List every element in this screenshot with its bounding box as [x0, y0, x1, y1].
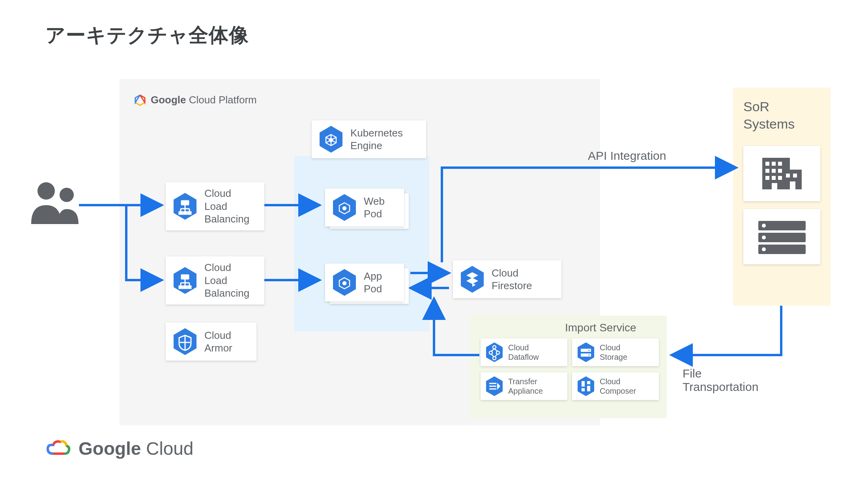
- gke-label: Kubernetes Engine: [350, 127, 403, 152]
- svg-marker-3: [140, 95, 145, 103]
- svg-point-20: [343, 282, 346, 285]
- svg-rect-29: [582, 381, 585, 387]
- svg-rect-9: [183, 212, 187, 214]
- svg-rect-30: [582, 388, 585, 391]
- svg-rect-31: [587, 381, 590, 384]
- cloud-storage-card: Cloud Storage: [572, 338, 659, 366]
- svg-rect-44: [786, 174, 790, 178]
- svg-rect-39: [772, 169, 776, 173]
- svg-point-27: [589, 350, 590, 351]
- users-icon: [27, 178, 82, 226]
- svg-rect-35: [765, 162, 769, 166]
- storage-label: Cloud Storage: [600, 343, 627, 362]
- cloud-dataflow-card: Cloud Dataflow: [481, 338, 567, 366]
- gcp-hexagon-icon: [134, 94, 146, 106]
- dataflow-icon: [485, 342, 503, 363]
- cloud-armor-card: Cloud Armor: [166, 323, 256, 361]
- firestore-icon: [460, 265, 485, 293]
- web-pod-card: Web Pod: [325, 189, 404, 226]
- building-icon: [758, 154, 806, 193]
- armor-label: Cloud Armor: [204, 329, 232, 355]
- storage-icon: [577, 342, 595, 363]
- file-transportation-label: File Transportation: [683, 367, 758, 394]
- svg-rect-7: [181, 201, 189, 205]
- google-cloud-icon: [45, 438, 71, 459]
- clb2-label: Cloud Load Balancing: [204, 261, 249, 300]
- svg-rect-38: [765, 169, 769, 173]
- import-service-title: Import Service: [565, 322, 636, 334]
- kubernetes-engine-card: Kubernetes Engine: [312, 120, 426, 158]
- sor-title: SoR Systems: [743, 98, 795, 133]
- gcp-label-bold: Google: [151, 94, 186, 106]
- composer-label: Cloud Composer: [600, 377, 636, 396]
- svg-rect-10: [188, 212, 191, 214]
- svg-point-51: [762, 224, 766, 228]
- svg-point-52: [762, 236, 766, 239]
- slide-title: アーキテクチャ全体像: [45, 22, 249, 49]
- cloud-composer-card: Cloud Composer: [572, 372, 659, 400]
- svg-rect-13: [183, 286, 187, 288]
- clb1-label: Cloud Load Balancing: [204, 187, 249, 226]
- sor-building-card: [743, 146, 820, 201]
- svg-rect-47: [790, 181, 795, 189]
- footer-bold: Google: [79, 438, 141, 459]
- cloud-firestore-card: Cloud Firestore: [453, 260, 561, 298]
- svg-rect-36: [772, 162, 776, 166]
- svg-rect-42: [772, 176, 776, 180]
- svg-rect-40: [778, 169, 782, 173]
- cloud-armor-icon: [173, 327, 197, 356]
- sor-server-card: [743, 209, 820, 264]
- cloud-load-balancing-1-card: Cloud Load Balancing: [166, 182, 264, 230]
- transfer-appliance-card: Transfer Appliance: [481, 372, 567, 400]
- api-integration-label: API Integration: [588, 149, 666, 163]
- svg-rect-46: [772, 183, 777, 189]
- svg-point-6: [60, 188, 74, 202]
- dataflow-label: Cloud Dataflow: [508, 343, 539, 362]
- svg-rect-32: [587, 386, 590, 391]
- gcp-label-rest: Cloud Platform: [186, 94, 257, 106]
- gcp-platform-label: Google Cloud Platform: [134, 94, 257, 106]
- footer-rest: Cloud: [141, 438, 193, 459]
- svg-rect-11: [181, 275, 189, 279]
- pod-icon: [332, 193, 357, 222]
- svg-rect-41: [765, 176, 769, 180]
- kubernetes-icon: [319, 125, 343, 153]
- svg-rect-12: [179, 286, 182, 288]
- transfer-label: Transfer Appliance: [508, 377, 543, 396]
- slide: アーキテクチャ全体像: [0, 0, 868, 486]
- composer-icon: [577, 376, 595, 397]
- svg-point-16: [329, 138, 333, 142]
- svg-rect-8: [179, 212, 182, 214]
- load-balancing-icon: [173, 192, 197, 221]
- cloud-load-balancing-2-card: Cloud Load Balancing: [166, 256, 264, 305]
- svg-rect-37: [778, 162, 782, 166]
- svg-point-18: [343, 207, 346, 210]
- transfer-appliance-icon: [485, 376, 503, 397]
- svg-rect-14: [188, 286, 191, 288]
- load-balancing-icon: [173, 266, 197, 295]
- firestore-label: Cloud Firestore: [492, 267, 532, 292]
- svg-marker-4: [135, 95, 140, 103]
- server-icon: [754, 217, 810, 256]
- pod-icon: [332, 268, 357, 297]
- svg-rect-45: [793, 174, 797, 178]
- app-pod-card: App Pod: [325, 264, 404, 301]
- svg-point-53: [762, 247, 766, 251]
- kubernetes-zone: [294, 156, 429, 331]
- webpod-label: Web Pod: [364, 195, 385, 221]
- svg-point-5: [37, 182, 55, 200]
- google-cloud-logo: Google Cloud: [45, 438, 193, 459]
- apppod-label: App Pod: [364, 270, 382, 295]
- svg-point-28: [589, 355, 590, 356]
- svg-rect-43: [778, 176, 782, 180]
